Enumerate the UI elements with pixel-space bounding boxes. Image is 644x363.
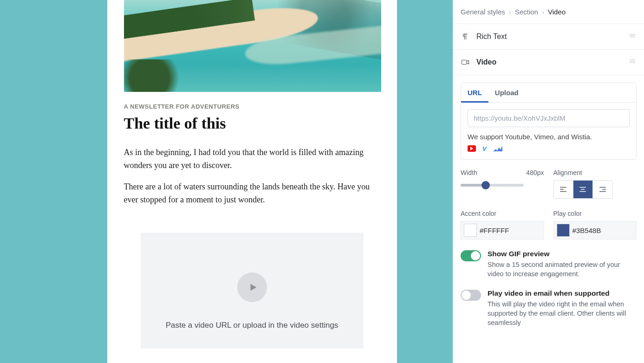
chevron-right-icon: › [542,8,544,16]
play-color-label: Play color [553,210,582,217]
body-paragraph: There are a lot of waters surrounding th… [124,181,380,207]
drag-handle-icon[interactable] [628,57,637,67]
toggle-gif-preview[interactable] [461,250,481,261]
tab-upload[interactable]: Upload [488,83,525,102]
kicker-text: A NEWSLETTER FOR ADVENTURERS [124,103,380,110]
width-value: 480px [526,169,544,176]
width-label: Width [461,169,477,176]
toggle-play-title: Play video in email when supported [488,289,637,298]
block-video[interactable]: Video [453,50,644,75]
alignment-label: Alignment [553,169,582,176]
paragraph-icon [461,32,470,41]
toggle-gif-title: Show GIF preview [488,250,637,258]
drag-handle-icon[interactable] [628,32,637,42]
video-url-input[interactable] [468,109,630,127]
align-left-button[interactable] [554,181,573,198]
block-label: Rich Text [476,32,507,41]
hero-image [124,0,381,92]
breadcrumb-general[interactable]: General styles [461,8,505,16]
provider-icons: v [468,144,630,153]
vimeo-icon: v [482,144,487,153]
toggle-play-desc: This will play the video right in the em… [488,299,637,328]
alignment-group [553,180,613,199]
block-label: Video [476,58,496,66]
accent-color-picker[interactable]: #FFFFFF [461,221,544,240]
play-color-value: #3B548B [572,227,601,234]
align-center-button[interactable] [573,181,592,198]
video-source-tabs: URL Upload We support Youtube, Vimeo, an… [461,83,637,160]
video-icon [461,58,470,67]
block-rich-text[interactable]: Rich Text [453,24,644,50]
play-icon [237,272,267,302]
breadcrumb-section[interactable]: Section [515,8,538,16]
accent-color-label: Accent color [461,210,496,217]
body-paragraph: As in the beginning, I had told you that… [124,146,380,172]
accent-color-value: #FFFFFF [480,227,509,234]
play-color-swatch [557,224,570,237]
settings-panel: General styles › Section › Video Rich Te… [453,0,644,363]
youtube-icon [468,145,476,152]
toggle-play-in-email[interactable] [461,290,481,301]
provider-support-text: We support Youtube, Vimeo, and Wistia. [468,133,630,141]
wistia-icon [493,146,502,151]
email-canvas[interactable]: A NEWSLETTER FOR ADVENTURERS The title o… [107,0,397,363]
breadcrumb-video: Video [548,8,566,16]
breadcrumb: General styles › Section › Video [453,0,644,24]
video-placeholder[interactable]: Paste a video URL or upload in the video… [141,233,364,349]
tab-url[interactable]: URL [461,83,488,102]
video-placeholder-hint: Paste a video URL or upload in the video… [150,321,354,330]
play-color-picker[interactable]: #3B548B [553,221,637,240]
accent-color-swatch [464,224,477,237]
preview-pane: A NEWSLETTER FOR ADVENTURERS The title o… [0,0,453,363]
page-title: The title of this [124,115,380,132]
chevron-right-icon: › [509,8,511,16]
toggle-gif-desc: Show a 15 second animated preview of you… [488,260,637,279]
align-right-button[interactable] [592,181,612,198]
svg-rect-0 [462,60,467,65]
width-slider[interactable] [461,184,524,187]
